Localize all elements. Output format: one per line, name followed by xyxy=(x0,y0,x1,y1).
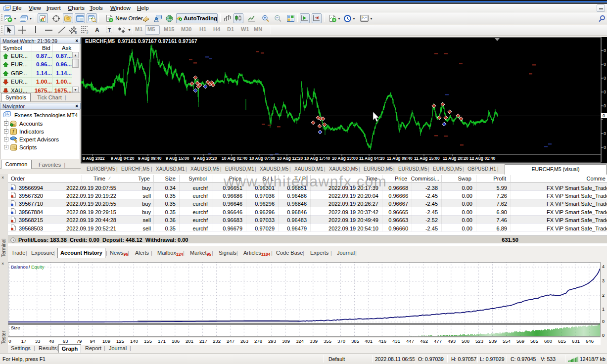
svg-text:0: 0 xyxy=(603,113,605,118)
svg-text:0: 0 xyxy=(604,103,606,108)
svg-text:Size: Size xyxy=(11,325,20,330)
svg-text:0: 0 xyxy=(604,90,606,94)
svg-text:EURCHF,M5 0.97161 0.97167 0.9: EURCHF,M5 0.97161 0.97167 0.97161 0.9716… xyxy=(85,38,197,44)
svg-text:8 Aug 2022: 8 Aug 2022 xyxy=(83,156,105,161)
svg-text:0: 0 xyxy=(604,131,606,136)
svg-text:12 Aug 01:40: 12 Aug 01:40 xyxy=(469,156,495,161)
svg-text:11 Aug 15:00: 11 Aug 15:00 xyxy=(414,156,440,161)
svg-text:F: F xyxy=(87,31,89,34)
svg-text:0: 0 xyxy=(604,48,606,53)
svg-text:11 Aug 20:20: 11 Aug 20:20 xyxy=(443,156,468,161)
svg-text:10 Aug 17:40: 10 Aug 17:40 xyxy=(304,156,330,161)
svg-text:10 Aug 01:40: 10 Aug 01:40 xyxy=(222,156,247,161)
svg-text:/: / xyxy=(29,264,30,270)
svg-text:Balance: Balance xyxy=(11,264,28,270)
svg-text:0: 0 xyxy=(604,76,606,81)
svg-text:9 Aug 15:00: 9 Aug 15:00 xyxy=(166,156,189,161)
svg-text:10 Aug 12:20: 10 Aug 12:20 xyxy=(277,156,303,161)
svg-text:9 Aug 20:20: 9 Aug 20:20 xyxy=(193,156,217,161)
svg-text:9 Aug 04:20: 9 Aug 04:20 xyxy=(111,156,135,161)
svg-text:9 Aug 09:40: 9 Aug 09:40 xyxy=(138,156,162,161)
svg-text:Equity: Equity xyxy=(31,264,45,270)
svg-text:11 Aug 09:40: 11 Aug 09:40 xyxy=(387,156,413,161)
svg-text:E: E xyxy=(75,31,77,34)
svg-text:11 Aug 04:20: 11 Aug 04:20 xyxy=(359,156,385,161)
svg-text:10 Aug 23:00: 10 Aug 23:00 xyxy=(332,156,358,161)
svg-text:10 Aug 07:00: 10 Aug 07:00 xyxy=(249,156,275,161)
svg-text:T: T xyxy=(108,28,111,33)
svg-text:0: 0 xyxy=(604,145,606,150)
svg-text:0: 0 xyxy=(604,62,606,67)
